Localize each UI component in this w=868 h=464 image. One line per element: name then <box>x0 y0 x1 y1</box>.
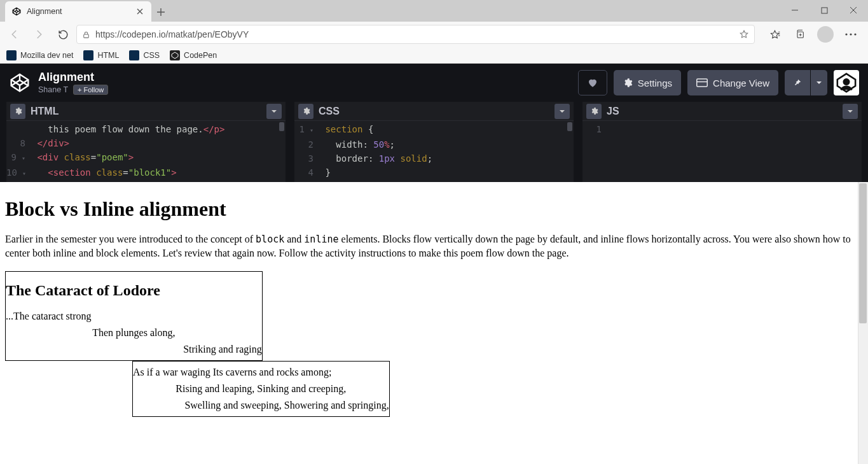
poem-title: The Cataract of Lodore <box>6 272 262 306</box>
preview-body[interactable]: Block vs Inline alignment Earlier in the… <box>0 182 868 464</box>
pane-chevron-icon[interactable] <box>843 104 858 119</box>
css-code[interactable]: 1 ▾ section { 2 width: 50%; 3 border: 1p… <box>294 121 574 182</box>
maximize-button[interactable] <box>809 0 839 20</box>
mdn-favicon <box>83 50 93 60</box>
preview-scrollbar[interactable] <box>858 182 868 464</box>
svg-rect-6 <box>697 79 708 87</box>
back-button[interactable] <box>4 24 25 45</box>
forward-button[interactable] <box>28 24 50 45</box>
collections-icon[interactable] <box>788 24 812 45</box>
bookmark-mozilla[interactable]: Mozilla dev net <box>6 50 73 60</box>
lock-icon <box>82 31 90 39</box>
refresh-button[interactable] <box>52 24 74 45</box>
tab-strip: Alignment <box>0 0 868 22</box>
pin-button[interactable] <box>785 70 810 95</box>
user-avatar[interactable] <box>834 70 859 95</box>
poem-line: Then plunges along, <box>6 327 262 339</box>
codepen-favicon <box>11 6 22 17</box>
mdn-favicon <box>129 50 139 60</box>
browser-toolbar: https://codepen.io/matkat/pen/EObyVY <box>0 22 868 47</box>
css-editor-pane: CSS 1 ▾ section { 2 width: 50%; 3 border… <box>294 102 574 182</box>
poem-line: ...The cataract strong <box>6 311 262 322</box>
settings-button[interactable]: Settings <box>614 70 681 95</box>
poem-line: As if a war waging Its caverns and rocks… <box>133 367 389 378</box>
bookmark-label: HTML <box>97 51 119 60</box>
pen-author[interactable]: Shane T <box>38 85 68 94</box>
pane-settings-icon[interactable] <box>586 104 602 119</box>
pane-settings-icon[interactable] <box>10 104 25 119</box>
change-view-label: Change View <box>713 78 769 88</box>
toolbar-right <box>757 24 864 45</box>
svg-point-3 <box>845 33 847 35</box>
close-tab-icon[interactable] <box>135 6 145 17</box>
pane-settings-icon[interactable] <box>298 104 313 119</box>
address-bar[interactable]: https://codepen.io/matkat/pen/EObyVY <box>76 25 755 44</box>
poem-block-2: As if a war waging Its caverns and rocks… <box>132 361 390 417</box>
follow-button[interactable]: + Follow <box>73 85 108 95</box>
pane-head-js: JS <box>582 102 862 121</box>
mdn-favicon <box>6 50 17 60</box>
preview-heading: Block vs Inline alignment <box>5 197 863 221</box>
pane-chevron-icon[interactable] <box>266 104 282 119</box>
minimize-button[interactable] <box>780 0 809 20</box>
profile-button[interactable] <box>813 24 837 45</box>
window-controls <box>780 0 868 22</box>
editor-row: HTML this poem flow down the page.</p> 8… <box>0 102 868 182</box>
bookmarks-bar: Mozilla dev net HTML CSS CodePen <box>0 47 868 64</box>
pen-title-block: Alignment Shane T + Follow <box>38 71 570 95</box>
settings-label: Settings <box>638 78 672 88</box>
pane-title: HTML <box>31 106 261 117</box>
scrollbar-thumb[interactable] <box>859 183 867 323</box>
poem-block-1: The Cataract of Lodore ...The cataract s… <box>5 271 263 361</box>
bookmark-css[interactable]: CSS <box>129 50 160 60</box>
result-preview: Block vs Inline alignment Earlier in the… <box>0 182 868 464</box>
pane-title: JS <box>607 106 837 117</box>
bookmark-label: CodePen <box>184 51 217 60</box>
header-actions: Settings Change View <box>578 70 859 95</box>
change-view-button[interactable]: Change View <box>687 70 778 95</box>
browser-chrome: Alignment https://codepen.io/matkat/pen/… <box>0 0 868 64</box>
url-text: https://codepen.io/matkat/pen/EObyVY <box>95 29 734 39</box>
js-editor-pane: JS 1 <box>582 102 862 182</box>
svg-point-7 <box>844 79 850 84</box>
pane-chevron-icon[interactable] <box>555 104 570 119</box>
pane-head-css: CSS <box>294 102 574 121</box>
svg-point-5 <box>854 33 856 35</box>
close-window-button[interactable] <box>839 0 868 20</box>
love-button[interactable] <box>578 70 607 95</box>
svg-rect-1 <box>84 34 89 37</box>
poem: The Cataract of Lodore ...The cataract s… <box>5 271 863 417</box>
poem-line: Swelling and sweeping, Showering and spr… <box>133 400 389 411</box>
html-code[interactable]: this poem flow down the page.</p> 8 </di… <box>6 121 286 182</box>
codepen-header: Alignment Shane T + Follow Settings Chan… <box>0 64 868 102</box>
poem-line: Striking and raging <box>6 344 262 355</box>
bookmark-html[interactable]: HTML <box>83 50 119 60</box>
mini-scrollbar[interactable] <box>279 122 284 131</box>
new-tab-button[interactable] <box>151 3 170 22</box>
more-menu-icon[interactable] <box>839 24 863 45</box>
browser-tab[interactable]: Alignment <box>5 1 151 22</box>
codepen-app: Alignment Shane T + Follow Settings Chan… <box>0 64 868 464</box>
mini-scrollbar[interactable] <box>567 122 572 131</box>
svg-rect-0 <box>822 8 827 13</box>
codepen-favicon <box>170 50 180 60</box>
favorite-icon[interactable] <box>739 29 749 39</box>
svg-point-4 <box>850 33 851 35</box>
poem-line: Rising and leaping, Sinking and creeping… <box>133 383 389 395</box>
pen-title: Alignment <box>38 71 570 84</box>
pane-title: CSS <box>319 106 549 117</box>
bookmark-codepen[interactable]: CodePen <box>170 50 217 60</box>
pin-dropdown[interactable] <box>811 70 827 95</box>
js-code[interactable]: 1 <box>582 121 862 182</box>
codepen-logo[interactable] <box>9 72 31 94</box>
pin-splitbutton <box>785 70 827 95</box>
tab-title: Alignment <box>27 7 130 16</box>
bookmark-label: Mozilla dev net <box>20 51 73 60</box>
html-editor-pane: HTML this poem flow down the page.</p> 8… <box>6 102 286 182</box>
preview-paragraph: Earlier in the semester you were introdu… <box>5 232 863 260</box>
pane-head-html: HTML <box>6 102 286 121</box>
bookmark-label: CSS <box>143 51 160 60</box>
favorites-list-icon[interactable] <box>762 24 787 45</box>
